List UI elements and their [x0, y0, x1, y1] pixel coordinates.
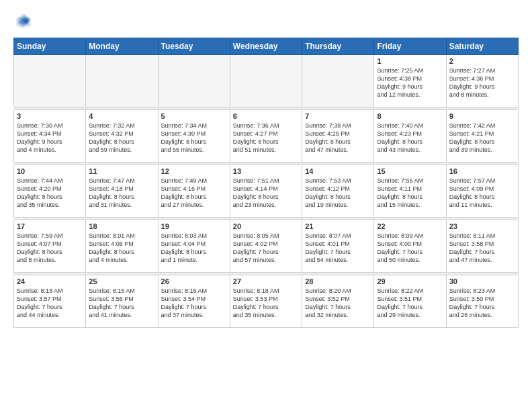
calendar: SundayMondayTuesdayWednesdayThursdayFrid… [13, 38, 519, 328]
day-number: 30 [449, 277, 515, 285]
calendar-cell [14, 55, 86, 107]
day-number: 11 [89, 167, 154, 175]
weekday-header-wednesday: Wednesday [230, 38, 302, 55]
calendar-cell: 6Sunrise: 7:36 AM Sunset: 4:27 PM Daylig… [230, 110, 302, 163]
day-number: 25 [89, 277, 154, 285]
calendar-cell: 7Sunrise: 7:38 AM Sunset: 4:25 PM Daylig… [302, 110, 374, 163]
day-number: 24 [17, 277, 83, 285]
weekday-header-row: SundayMondayTuesdayWednesdayThursdayFrid… [14, 38, 519, 55]
day-number: 14 [305, 167, 371, 175]
weekday-header-thursday: Thursday [302, 38, 374, 55]
day-info: Sunrise: 7:49 AM Sunset: 4:16 PM Dayligh… [161, 177, 227, 210]
calendar-cell: 28Sunrise: 8:20 AM Sunset: 3:52 PM Dayli… [302, 275, 374, 328]
calendar-cell: 20Sunrise: 8:05 AM Sunset: 4:02 PM Dayli… [230, 220, 302, 273]
weekday-header-saturday: Saturday [446, 38, 518, 55]
day-info: Sunrise: 7:42 AM Sunset: 4:21 PM Dayligh… [449, 122, 515, 154]
weekday-header-monday: Monday [86, 38, 158, 55]
calendar-cell: 23Sunrise: 8:11 AM Sunset: 3:58 PM Dayli… [446, 220, 518, 273]
calendar-cell: 3Sunrise: 7:30 AM Sunset: 4:34 PM Daylig… [14, 110, 86, 163]
day-info: Sunrise: 8:20 AM Sunset: 3:52 PM Dayligh… [305, 287, 371, 320]
calendar-cell: 26Sunrise: 8:16 AM Sunset: 3:54 PM Dayli… [158, 275, 230, 328]
day-info: Sunrise: 8:03 AM Sunset: 4:04 PM Dayligh… [161, 232, 227, 265]
calendar-cell: 13Sunrise: 7:51 AM Sunset: 4:14 PM Dayli… [230, 165, 302, 218]
day-info: Sunrise: 8:11 AM Sunset: 3:58 PM Dayligh… [449, 232, 515, 265]
calendar-cell: 5Sunrise: 7:34 AM Sunset: 4:30 PM Daylig… [158, 110, 230, 163]
day-info: Sunrise: 8:16 AM Sunset: 3:54 PM Dayligh… [161, 287, 227, 320]
weekday-header-tuesday: Tuesday [158, 38, 230, 55]
day-info: Sunrise: 7:47 AM Sunset: 4:18 PM Dayligh… [89, 177, 154, 210]
calendar-cell: 25Sunrise: 8:15 AM Sunset: 3:56 PM Dayli… [86, 275, 158, 328]
header [13, 11, 519, 31]
day-info: Sunrise: 7:59 AM Sunset: 4:07 PM Dayligh… [17, 232, 83, 265]
calendar-cell: 19Sunrise: 8:03 AM Sunset: 4:04 PM Dayli… [158, 220, 230, 273]
calendar-cell [158, 55, 230, 107]
calendar-cell: 2Sunrise: 7:27 AM Sunset: 4:36 PM Daylig… [446, 55, 518, 107]
week-row-1: 3Sunrise: 7:30 AM Sunset: 4:34 PM Daylig… [14, 110, 519, 163]
calendar-cell: 18Sunrise: 8:01 AM Sunset: 4:06 PM Dayli… [86, 220, 158, 273]
calendar-cell: 14Sunrise: 7:53 AM Sunset: 4:12 PM Dayli… [302, 165, 374, 218]
day-info: Sunrise: 7:32 AM Sunset: 4:32 PM Dayligh… [89, 122, 154, 154]
day-number: 29 [377, 277, 443, 285]
calendar-cell: 11Sunrise: 7:47 AM Sunset: 4:18 PM Dayli… [86, 165, 158, 218]
week-row-3: 17Sunrise: 7:59 AM Sunset: 4:07 PM Dayli… [14, 220, 519, 273]
calendar-cell: 27Sunrise: 8:18 AM Sunset: 3:53 PM Dayli… [230, 275, 302, 328]
day-number: 4 [89, 112, 154, 120]
day-info: Sunrise: 8:15 AM Sunset: 3:56 PM Dayligh… [89, 287, 154, 320]
week-row-0: 1Sunrise: 7:25 AM Sunset: 4:38 PM Daylig… [14, 55, 519, 107]
day-number: 27 [233, 277, 299, 285]
day-info: Sunrise: 7:27 AM Sunset: 4:36 PM Dayligh… [449, 66, 515, 99]
day-info: Sunrise: 8:13 AM Sunset: 3:57 PM Dayligh… [17, 287, 83, 320]
day-info: Sunrise: 7:25 AM Sunset: 4:38 PM Dayligh… [377, 66, 443, 99]
week-row-2: 10Sunrise: 7:44 AM Sunset: 4:20 PM Dayli… [14, 165, 519, 218]
day-number: 7 [305, 112, 371, 120]
logo-icon [13, 11, 34, 31]
day-info: Sunrise: 7:38 AM Sunset: 4:25 PM Dayligh… [305, 122, 371, 154]
day-info: Sunrise: 8:05 AM Sunset: 4:02 PM Dayligh… [233, 232, 299, 265]
calendar-cell: 15Sunrise: 7:55 AM Sunset: 4:11 PM Dayli… [374, 165, 446, 218]
calendar-cell: 30Sunrise: 8:23 AM Sunset: 3:50 PM Dayli… [446, 275, 518, 328]
day-number: 22 [377, 222, 443, 230]
weekday-header-friday: Friday [374, 38, 446, 55]
calendar-cell: 10Sunrise: 7:44 AM Sunset: 4:20 PM Dayli… [14, 165, 86, 218]
day-number: 19 [161, 222, 227, 230]
page: SundayMondayTuesdayWednesdayThursdayFrid… [0, 0, 532, 411]
day-info: Sunrise: 8:07 AM Sunset: 4:01 PM Dayligh… [305, 232, 371, 265]
day-number: 16 [449, 167, 515, 175]
day-info: Sunrise: 7:44 AM Sunset: 4:20 PM Dayligh… [17, 177, 83, 210]
day-number: 1 [377, 57, 443, 65]
day-info: Sunrise: 7:36 AM Sunset: 4:27 PM Dayligh… [233, 122, 299, 154]
day-info: Sunrise: 8:18 AM Sunset: 3:53 PM Dayligh… [233, 287, 299, 320]
day-number: 21 [305, 222, 371, 230]
calendar-cell: 22Sunrise: 8:09 AM Sunset: 4:00 PM Dayli… [374, 220, 446, 273]
calendar-cell: 8Sunrise: 7:40 AM Sunset: 4:23 PM Daylig… [374, 110, 446, 163]
calendar-cell: 24Sunrise: 8:13 AM Sunset: 3:57 PM Dayli… [14, 275, 86, 328]
day-info: Sunrise: 7:57 AM Sunset: 4:09 PM Dayligh… [449, 177, 515, 210]
calendar-cell [302, 55, 374, 107]
calendar-cell: 29Sunrise: 8:22 AM Sunset: 3:51 PM Dayli… [374, 275, 446, 328]
day-number: 10 [17, 167, 83, 175]
day-info: Sunrise: 7:34 AM Sunset: 4:30 PM Dayligh… [161, 122, 227, 154]
calendar-cell [230, 55, 302, 107]
calendar-cell: 9Sunrise: 7:42 AM Sunset: 4:21 PM Daylig… [446, 110, 518, 163]
day-number: 28 [305, 277, 371, 285]
day-number: 13 [233, 167, 299, 175]
day-number: 6 [233, 112, 299, 120]
day-info: Sunrise: 8:23 AM Sunset: 3:50 PM Dayligh… [449, 287, 515, 320]
day-number: 23 [449, 222, 515, 230]
day-info: Sunrise: 7:51 AM Sunset: 4:14 PM Dayligh… [233, 177, 299, 210]
day-info: Sunrise: 7:55 AM Sunset: 4:11 PM Dayligh… [377, 177, 443, 210]
day-number: 20 [233, 222, 299, 230]
calendar-cell: 4Sunrise: 7:32 AM Sunset: 4:32 PM Daylig… [86, 110, 158, 163]
day-number: 8 [377, 112, 443, 120]
calendar-cell: 1Sunrise: 7:25 AM Sunset: 4:38 PM Daylig… [374, 55, 446, 107]
day-number: 12 [161, 167, 227, 175]
day-info: Sunrise: 8:01 AM Sunset: 4:06 PM Dayligh… [89, 232, 154, 265]
day-number: 18 [89, 222, 154, 230]
calendar-cell: 16Sunrise: 7:57 AM Sunset: 4:09 PM Dayli… [446, 165, 518, 218]
week-row-4: 24Sunrise: 8:13 AM Sunset: 3:57 PM Dayli… [14, 275, 519, 328]
calendar-cell: 12Sunrise: 7:49 AM Sunset: 4:16 PM Dayli… [158, 165, 230, 218]
day-number: 2 [449, 57, 515, 65]
day-info: Sunrise: 8:22 AM Sunset: 3:51 PM Dayligh… [377, 287, 443, 320]
logo [13, 11, 36, 31]
weekday-header-sunday: Sunday [14, 38, 86, 55]
